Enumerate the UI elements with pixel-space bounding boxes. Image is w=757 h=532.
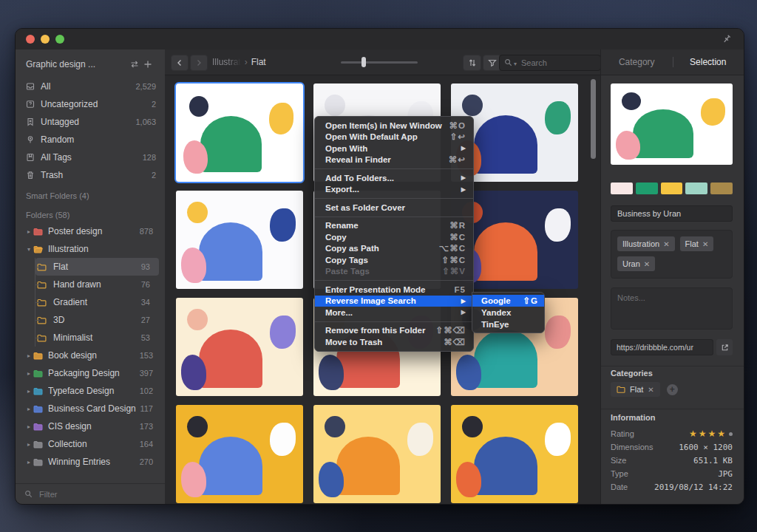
folder-item-3d[interactable]: 3D27 [35, 311, 159, 329]
thumbnail-size-slider[interactable] [341, 56, 418, 68]
menu-item-set-as-folder-cover[interactable]: Set as Folder Cover [315, 202, 473, 214]
add-folder-icon[interactable] [141, 58, 155, 70]
color-swatch-5[interactable] [710, 183, 733, 194]
submenu-item-google[interactable]: Google⇧G [472, 295, 544, 307]
sidebar-item-untagged[interactable]: Untagged1,063 [16, 113, 165, 131]
url-field[interactable] [611, 339, 713, 355]
submenu-item-tineye[interactable]: TinEye [472, 318, 544, 330]
grid-scrollbar[interactable] [591, 79, 596, 159]
slider-knob[interactable] [361, 57, 366, 67]
forward-button[interactable] [190, 55, 208, 71]
disclosure-triangle-icon[interactable]: ▸ [24, 406, 33, 412]
submenu-item-yandex[interactable]: Yandex [472, 307, 544, 318]
switch-library-icon[interactable] [128, 58, 141, 70]
sort-button[interactable] [463, 55, 481, 71]
sidebar-item-trash[interactable]: Trash2 [16, 166, 165, 184]
folder-item-book-design[interactable]: ▸Book design153 [18, 347, 162, 364]
thumbnail-bus-stop-elderly[interactable] [451, 405, 578, 503]
search-input[interactable] [520, 58, 596, 68]
disclosure-triangle-icon[interactable]: ▾ [24, 246, 33, 253]
folder-item-illustration[interactable]: ▾Illustration [18, 240, 162, 258]
breadcrumb-parent[interactable]: Illustrat [212, 57, 241, 67]
tag-chip-flat[interactable]: Flat✕ [680, 236, 714, 251]
color-swatch-2[interactable] [636, 183, 658, 194]
menu-item-export[interactable]: Export...▶ [315, 184, 473, 196]
image-title-input[interactable] [611, 206, 732, 221]
thumbnail-armchair-reading[interactable] [313, 405, 441, 503]
sidebar-item-uncategorized[interactable]: Uncategorized2 [16, 95, 165, 113]
notes-box[interactable] [611, 287, 733, 330]
menu-item-add-to-folders[interactable]: Add To Folders...▶ [315, 172, 473, 184]
thumbnail-father-daughter-hair[interactable] [176, 298, 303, 396]
folder-item-poster-design[interactable]: ▸Poster design878 [18, 222, 162, 240]
folder-item-minimalist[interactable]: Minimalist53 [35, 329, 159, 347]
rating-stars[interactable]: ★★★★ [689, 429, 727, 439]
menu-item-enter-presentation-mode[interactable]: Enter Presentation ModeF5 [315, 284, 473, 296]
color-swatch-3[interactable] [661, 183, 683, 194]
disclosure-triangle-icon[interactable]: ▸ [24, 228, 33, 235]
back-button[interactable] [171, 55, 189, 71]
tag-chip-uran[interactable]: Uran✕ [617, 256, 655, 271]
smart-folders-section[interactable]: Smart Folders (4) [16, 184, 165, 203]
color-swatch-4[interactable] [685, 183, 707, 194]
tag-chip-illustration[interactable]: Illustration✕ [617, 236, 675, 251]
category-chip-flat[interactable]: Flat ✕ [611, 382, 660, 397]
menu-item-open-item-s-in-new-window[interactable]: Open Item(s) in New Window⌘O [315, 120, 473, 132]
disclosure-triangle-icon[interactable]: ▸ [24, 459, 33, 466]
folders-section[interactable]: Folders (58) [16, 203, 165, 222]
folder-item-hand-drawn[interactable]: Hand drawn76 [35, 276, 159, 293]
folder-item-typeface-design[interactable]: ▸Typeface Design102 [18, 382, 162, 400]
menu-item-copy-tags[interactable]: Copy Tags⇧⌘C [315, 254, 473, 266]
filter-input[interactable] [38, 489, 144, 499]
close-window-button[interactable] [26, 35, 35, 44]
menu-item-rename[interactable]: Rename⌘R [315, 220, 473, 232]
remove-tag-icon[interactable]: ✕ [663, 240, 669, 248]
folder-item-collection[interactable]: ▸Collection164 [18, 435, 162, 453]
disclosure-triangle-icon[interactable]: ▸ [24, 370, 33, 377]
disclosure-triangle-icon[interactable]: ▸ [24, 423, 33, 430]
folder-item-gradient[interactable]: Gradient34 [35, 293, 159, 311]
tab-category[interactable]: Category [601, 50, 673, 75]
breadcrumb-current[interactable]: Flat [251, 57, 266, 67]
titlebar[interactable] [16, 29, 744, 50]
search-box[interactable]: ▾ [499, 55, 601, 71]
menu-item-copy[interactable]: Copy⌘C [315, 231, 473, 243]
tab-selection[interactable]: Selection [673, 50, 744, 75]
sidebar-filter[interactable] [16, 483, 165, 504]
color-swatch-1[interactable] [611, 183, 633, 194]
menu-item-reverse-image-search[interactable]: Reverse Image Search▶ [315, 296, 473, 307]
thumbnail-video-call-man[interactable] [176, 191, 303, 289]
folder-item-packaging-design[interactable]: ▸Packaging Design397 [18, 364, 162, 382]
menu-item-move-to-trash[interactable]: Move to Trash⌘⌫ [315, 336, 473, 348]
menu-item-reveal-in-finder[interactable]: Reveal in Finder⌘↩ [315, 154, 473, 166]
library-title[interactable]: Graphic design ... [26, 59, 128, 69]
remove-tag-icon[interactable]: ✕ [644, 260, 650, 268]
disclosure-triangle-icon[interactable]: ▸ [24, 388, 33, 395]
remove-tag-icon[interactable]: ✕ [702, 240, 708, 248]
thumbnail-business-by-uran[interactable] [174, 82, 305, 183]
notes-input[interactable] [611, 288, 732, 329]
menu-item-more[interactable]: More...▶ [315, 307, 473, 318]
open-link-button[interactable] [716, 339, 733, 355]
folder-item-flat[interactable]: Flat93 [35, 258, 159, 276]
selected-image-preview[interactable] [611, 83, 733, 165]
add-category-button[interactable]: + [667, 384, 678, 395]
maximize-window-button[interactable] [55, 35, 64, 44]
url-input[interactable] [611, 340, 713, 355]
disclosure-triangle-icon[interactable]: ▸ [24, 441, 33, 448]
menu-item-open-with-default-app[interactable]: Open With Default App⇧↩ [315, 132, 473, 143]
folder-item-winning-entries[interactable]: ▸Winning Entries270 [18, 453, 162, 471]
folder-item-cis-design[interactable]: ▸CIS design173 [18, 417, 162, 435]
folder-item-business-card-design[interactable]: ▸Business Card Design117 [18, 400, 162, 417]
pin-window-icon[interactable] [722, 34, 732, 44]
menu-item-open-with[interactable]: Open With▶ [315, 143, 473, 154]
minimize-window-button[interactable] [41, 35, 50, 44]
sidebar-item-all-tags[interactable]: All Tags128 [16, 149, 165, 166]
disclosure-triangle-icon[interactable]: ▸ [24, 352, 33, 359]
sidebar-item-random[interactable]: Random [16, 131, 165, 149]
tags-box[interactable]: Illustration✕Flat✕Uran✕ [611, 230, 733, 279]
remove-category-icon[interactable]: ✕ [648, 386, 654, 394]
sidebar-item-all[interactable]: All2,529 [16, 78, 165, 95]
menu-item-copy-as-path[interactable]: Copy as Path⌥⌘C [315, 243, 473, 255]
menu-item-remove-from-this-folder[interactable]: Remove from this Folder⇧⌘⌫ [315, 325, 473, 337]
